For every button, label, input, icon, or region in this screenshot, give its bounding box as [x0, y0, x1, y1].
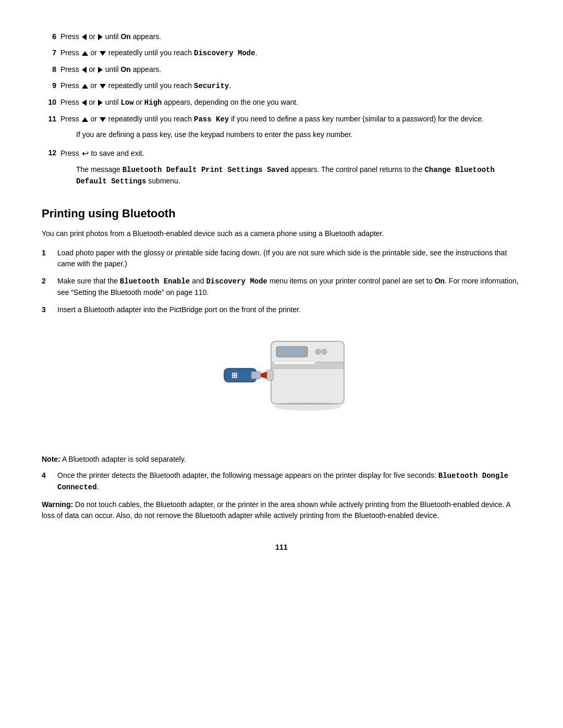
step-11-text: Press — [60, 115, 81, 123]
step-6-num: 6 — [42, 31, 56, 42]
step-12: 12 Press ↩ to save and exit. The message… — [42, 147, 521, 189]
step-6-until: until On appears. — [105, 32, 161, 41]
section-intro: You can print photos from a Bluetooth-en… — [42, 228, 521, 239]
section-heading: Printing using Bluetooth — [42, 205, 521, 222]
note-label: Note: — [42, 455, 60, 463]
page-number: 111 — [42, 542, 521, 553]
list-step-2-content: Make sure that the Bluetooth Enable and … — [57, 276, 521, 298]
list-step-3-num: 3 — [42, 304, 53, 315]
step-8-num: 8 — [42, 64, 56, 75]
arrow-right-icon-3 — [98, 100, 103, 106]
arrow-left-icon — [82, 34, 87, 40]
step-7-rest: repeatedly until you reach Discovery Mod… — [108, 48, 258, 57]
step-7-text: Press — [60, 48, 81, 57]
step-9-text: Press — [60, 81, 81, 90]
step-7-num: 7 — [42, 47, 56, 58]
step-9-num: 9 — [42, 80, 56, 91]
bluetooth-steps-list-2: 4 Once the printer detects the Bluetooth… — [42, 470, 521, 493]
step-10: 10 Press or until Low or High appears, d… — [42, 97, 521, 108]
bluetooth-steps-list: 1 Load photo paper with the glossy or pr… — [42, 248, 521, 315]
arrow-down-icon-3 — [100, 117, 106, 122]
printer-image: ⊞ — [42, 326, 521, 443]
step-6: 6 Press or until On appears. — [42, 31, 521, 42]
step-8-text: Press — [60, 65, 81, 73]
step-11-content: Press or repeatedly until you reach Pass… — [60, 114, 521, 142]
arrow-down-icon-2 — [100, 84, 106, 89]
arrow-left-icon-2 — [82, 67, 87, 73]
step-12-content: Press ↩ to save and exit. The message Bl… — [60, 147, 521, 189]
arrow-up-icon-3 — [82, 117, 88, 122]
svg-point-4 — [315, 349, 321, 354]
save-icon: ↩ — [82, 147, 89, 160]
step-9-content: Press or repeatedly until you reach Secu… — [60, 80, 521, 92]
step-8: 8 Press or until On appears. — [42, 64, 521, 75]
step-12-sub: The message Bluetooth Default Print Sett… — [76, 164, 521, 187]
step-10-or: or — [89, 98, 97, 106]
step-8-content: Press or until On appears. — [60, 64, 521, 75]
step-12-num: 12 — [42, 147, 56, 158]
step-8-or: or — [89, 65, 97, 73]
step-12-text: Press — [60, 149, 81, 157]
list-step-3-content: Insert a Bluetooth adapter into the Pict… — [57, 304, 521, 315]
steps-upper-section: 6 Press or until On appears. 7 Press or … — [42, 31, 521, 189]
arrow-right-icon-2 — [98, 67, 103, 73]
step-11-sub: If you are defining a pass key, use the … — [76, 129, 521, 140]
svg-point-11 — [274, 402, 341, 411]
step-7-content: Press or repeatedly until you reach Disc… — [60, 47, 521, 59]
list-step-3: 3 Insert a Bluetooth adapter into the Pi… — [42, 304, 521, 315]
warning-line: Warning: Do not touch cables, the Blueto… — [42, 499, 521, 521]
step-9: 9 Press or repeatedly until you reach Se… — [42, 80, 521, 92]
arrow-up-icon-2 — [82, 84, 88, 89]
step-7: 7 Press or repeatedly until you reach Di… — [42, 47, 521, 59]
svg-rect-6 — [267, 370, 273, 380]
arrow-up-icon — [82, 51, 88, 56]
step-10-content: Press or until Low or High appears, depe… — [60, 97, 521, 108]
svg-rect-2 — [274, 361, 315, 364]
list-step-2-num: 2 — [42, 276, 53, 287]
step-6-content: Press or until On appears. — [60, 31, 521, 42]
list-step-1-content: Load photo paper with the glossy or prin… — [57, 248, 521, 269]
list-step-4-num: 4 — [42, 470, 53, 481]
list-step-2: 2 Make sure that the Bluetooth Enable an… — [42, 276, 521, 298]
step-6-text: Press — [60, 32, 81, 41]
step-11: 11 Press or repeatedly until you reach P… — [42, 114, 521, 142]
step-11-rest: repeatedly until you reach Pass Key if y… — [108, 115, 484, 123]
note-line: Note: A Bluetooth adapter is sold separa… — [42, 454, 521, 465]
step-10-text: Press — [60, 98, 81, 106]
svg-text:⊞: ⊞ — [231, 371, 238, 379]
svg-rect-9 — [251, 372, 261, 379]
step-12-rest: to save and exit. — [91, 149, 144, 157]
svg-point-5 — [322, 349, 327, 354]
step-11-or: or — [91, 115, 99, 123]
step-8-until: until On appears. — [105, 65, 161, 73]
step-11-num: 11 — [42, 114, 56, 125]
arrow-left-icon-3 — [82, 100, 87, 106]
step-10-num: 10 — [42, 97, 56, 108]
arrow-right-icon — [98, 34, 103, 40]
list-step-1-num: 1 — [42, 248, 53, 258]
printer-illustration: ⊞ — [209, 326, 354, 440]
list-step-1: 1 Load photo paper with the glossy or pr… — [42, 248, 521, 269]
arrow-down-icon — [100, 51, 106, 56]
list-step-4-content: Once the printer detects the Bluetooth a… — [57, 470, 521, 493]
warning-text: Do not touch cables, the Bluetooth adapt… — [42, 500, 510, 520]
svg-rect-3 — [276, 347, 308, 357]
warning-label: Warning: — [42, 500, 73, 509]
note-text: A Bluetooth adapter is sold separately. — [62, 455, 186, 463]
step-10-rest: until Low or High appears, depending on … — [105, 98, 298, 106]
step-6-or: or — [89, 32, 97, 41]
step-7-or: or — [91, 48, 99, 57]
list-step-4: 4 Once the printer detects the Bluetooth… — [42, 470, 521, 493]
step-9-or: or — [91, 81, 99, 90]
step-9-rest: repeatedly until you reach Security. — [108, 81, 231, 90]
